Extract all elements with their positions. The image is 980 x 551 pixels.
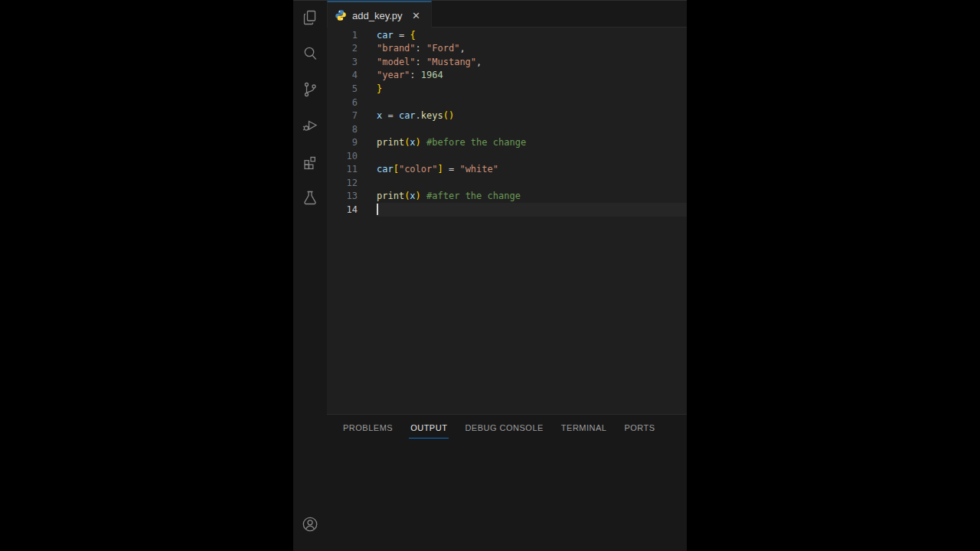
extensions-icon <box>301 152 319 174</box>
code-line[interactable]: 11car["color"] = "white" <box>327 162 687 176</box>
vscode-window: add_key.py ✕ 1car = {2"brand": "Ford",3"… <box>293 0 687 551</box>
line-number: 13 <box>327 191 358 201</box>
code-line[interactable]: 10 <box>327 149 687 163</box>
panel-tab-ports[interactable]: PORTS <box>622 419 656 439</box>
search-icon <box>301 44 319 66</box>
line-number: 12 <box>327 178 358 188</box>
line-number: 4 <box>327 70 358 80</box>
line-number: 5 <box>327 83 358 94</box>
sidebar-item-search[interactable] <box>293 37 327 73</box>
code-line[interactable]: 1car = { <box>327 28 687 42</box>
sidebar-item-source-control[interactable] <box>293 73 327 109</box>
screen: add_key.py ✕ 1car = {2"brand": "Ford",3"… <box>0 0 980 551</box>
code-line[interactable]: 5} <box>327 82 687 96</box>
line-number: 3 <box>327 57 358 67</box>
editor-tab-bar: add_key.py ✕ <box>327 1 687 28</box>
code-line[interactable]: 12 <box>327 176 687 190</box>
files-icon <box>301 8 319 30</box>
panel-tab-problems[interactable]: PROBLEMS <box>341 419 394 439</box>
output-panel-body[interactable] <box>327 442 687 551</box>
panel-tab-output[interactable]: OUTPUT <box>409 419 449 439</box>
code-line[interactable]: 13print(x) #after the change <box>327 190 687 204</box>
sidebar-item-explorer[interactable] <box>293 1 327 37</box>
line-number: 14 <box>327 204 358 215</box>
line-number: 2 <box>327 43 358 54</box>
code-line[interactable]: 14 <box>327 203 687 217</box>
code-editor[interactable]: 1car = {2"brand": "Ford",3"model": "Must… <box>327 28 687 414</box>
code-line[interactable]: 3"model": "Mustang", <box>327 55 687 69</box>
tab-label: add_key.py <box>352 10 403 21</box>
code-line[interactable]: 2"brand": "Ford", <box>327 42 687 56</box>
account-icon <box>301 515 319 536</box>
activity-bar <box>293 1 327 551</box>
line-number: 1 <box>327 30 358 41</box>
editor-lines: 1car = {2"brand": "Ford",3"model": "Must… <box>327 28 687 217</box>
sidebar-item-testing[interactable] <box>293 181 327 217</box>
code-line[interactable]: 6 <box>327 96 687 109</box>
code-line[interactable]: 8 <box>327 122 687 136</box>
line-number: 6 <box>327 97 358 108</box>
line-number: 7 <box>327 110 358 121</box>
panel-tab-terminal[interactable]: TERMINAL <box>560 419 609 439</box>
tab-add-key-py[interactable]: add_key.py ✕ <box>327 1 432 28</box>
sidebar-item-extensions[interactable] <box>293 145 327 181</box>
testing-icon <box>301 188 319 210</box>
line-number: 9 <box>327 137 358 148</box>
sidebar-item-run-debug[interactable] <box>293 109 327 145</box>
panel-tab-debug-console[interactable]: DEBUG CONSOLE <box>463 419 544 439</box>
text-cursor <box>377 204 378 215</box>
panel-tab-bar: PROBLEMSOUTPUTDEBUG CONSOLETERMINALPORTS <box>327 415 687 442</box>
line-number: 8 <box>327 124 358 135</box>
close-icon[interactable]: ✕ <box>410 8 423 22</box>
account-button[interactable] <box>293 507 327 543</box>
line-number: 11 <box>327 164 358 174</box>
source-control-icon <box>301 80 319 102</box>
code-line[interactable]: 7x = car.keys() <box>327 109 687 122</box>
code-line[interactable]: 4"year": 1964 <box>327 69 687 83</box>
line-number: 10 <box>327 151 358 161</box>
python-icon <box>335 9 347 21</box>
code-line[interactable]: 9print(x) #before the change <box>327 135 687 149</box>
bottom-panel: PROBLEMSOUTPUTDEBUG CONSOLETERMINALPORTS <box>327 414 687 551</box>
run-debug-icon <box>301 116 319 138</box>
